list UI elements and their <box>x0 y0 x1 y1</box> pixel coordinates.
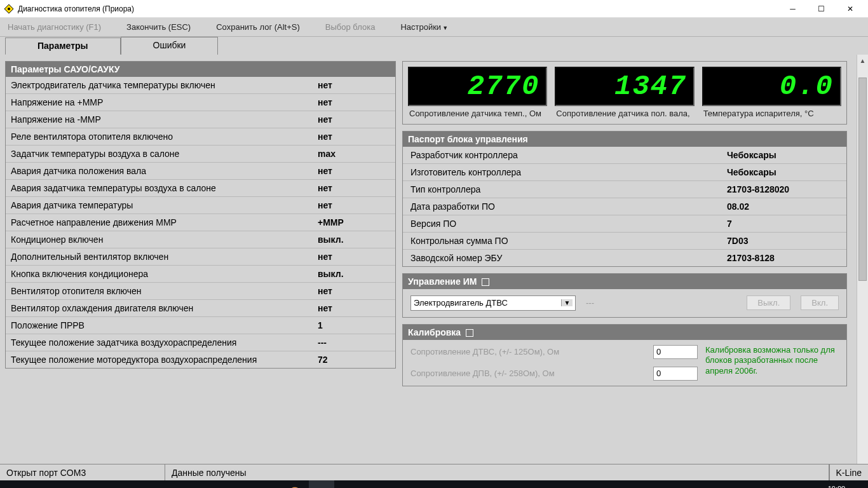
calibration-input[interactable] <box>653 367 698 381</box>
param-label: Авария задатчика температуры воздуха в с… <box>6 180 313 196</box>
param-row: Электродвигатель датчика температуры вкл… <box>6 77 395 94</box>
dropdown-icon: ▼ <box>561 299 573 306</box>
passport-row: Разработчик контроллераЧебоксары <box>403 147 846 164</box>
chrome-icon[interactable]: ◉ <box>207 480 233 488</box>
param-value: нет <box>313 300 395 316</box>
tab-parameters[interactable]: Параметры <box>5 37 121 55</box>
excel-icon[interactable]: ▦ <box>182 480 207 488</box>
param-value: нет <box>313 163 395 179</box>
calibration-row: Сопротивление ДПВ, (+/- 258Ом), Ом <box>410 367 698 381</box>
mail-icon[interactable]: ✉ <box>156 480 182 488</box>
calibration-checkbox[interactable] <box>466 329 473 337</box>
calibration-note: Калибровка возможна только для блоков ра… <box>705 345 839 381</box>
paint-icon[interactable]: 🎨 <box>283 480 309 488</box>
param-row: Положение ПРРВ1 <box>6 317 395 334</box>
passport-row: Контрольная сумма ПО7D03 <box>403 233 846 250</box>
app-icon <box>4 4 14 14</box>
passport-row: Заводской номер ЭБУ21703-8128 <box>403 250 846 266</box>
param-row: Напряжение на +ММРнет <box>6 94 395 111</box>
param-row: Кнопка включения кондиционеравыкл. <box>6 266 395 283</box>
on-button[interactable]: Вкл. <box>801 295 839 310</box>
param-value: нет <box>313 111 395 128</box>
param-label: Задатчик температуры воздуха в салоне <box>6 146 313 162</box>
param-value: нет <box>313 94 395 111</box>
param-value: 1 <box>313 317 395 334</box>
clock[interactable]: 19:00 21.08.2016 <box>814 485 859 488</box>
calibration-label: Сопротивление ДПВ, (+/- 258Ом), Ом <box>410 369 646 378</box>
control-im-checkbox[interactable] <box>482 278 489 286</box>
control-im-header: Управление ИМ <box>403 274 846 289</box>
display-box: 1347Сопротивление датчика пол. вала, <box>555 67 694 119</box>
display-label: Сопротивление датчика пол. вала, <box>555 106 694 119</box>
store-icon[interactable]: 🛍 <box>131 480 156 488</box>
lcd-value: 2770 <box>408 67 547 106</box>
menu-settings[interactable]: Настройки▼ <box>400 22 448 32</box>
param-value: нет <box>313 77 395 93</box>
menu-savelog[interactable]: Сохранить лог (Alt+S) <box>216 22 300 32</box>
param-value: --- <box>313 334 395 351</box>
tab-errors[interactable]: Ошибки <box>121 37 219 55</box>
windows-taskbar: ⌕ ▭ e 🗀 🛍 ✉ ▦ ◉ W X 🎨 ⚙ ˄ 🔋 📶 🔊 💬 РУС 19… <box>0 480 868 488</box>
passport-value: Чебоксары <box>719 164 846 180</box>
passport-value: 21703-8128 <box>719 250 846 266</box>
passport-label: Контрольная сумма ПО <box>403 233 719 249</box>
scroll-up-icon[interactable]: ▲ <box>857 55 868 66</box>
lcd-value: 1347 <box>555 67 694 106</box>
param-row: Авария задатчика температуры воздуха в с… <box>6 180 395 197</box>
tabs: Параметры Ошибки <box>0 37 868 55</box>
taskview-icon[interactable]: ▭ <box>55 480 80 488</box>
start-button[interactable] <box>4 480 29 488</box>
display-label: Сопротивление датчика темп., Ом <box>408 106 547 119</box>
param-row: Авария датчика положения валанет <box>6 163 395 180</box>
param-value: выкл. <box>313 266 395 282</box>
param-label: Кнопка включения кондиционера <box>6 266 313 282</box>
param-value: нет <box>313 283 395 299</box>
param-value: +ММР <box>313 214 395 231</box>
diag-app-icon[interactable]: ⚙ <box>309 480 334 488</box>
search-icon[interactable]: ⌕ <box>29 480 55 488</box>
param-row: Текущее положение задатчика воздухораспр… <box>6 334 395 351</box>
calibration-input[interactable] <box>653 345 698 359</box>
close-button[interactable]: ✕ <box>836 0 864 18</box>
param-value: нет <box>313 248 395 265</box>
display-label: Температура испарителя, °C <box>702 106 841 119</box>
status-data: Данные получены <box>165 464 829 480</box>
passport-row: Дата разработки ПО08.02 <box>403 198 846 215</box>
param-label: Авария датчика температуры <box>6 197 313 214</box>
passport-value: Чебоксары <box>719 147 846 163</box>
param-row: Вентилятор отопителя включеннет <box>6 283 395 300</box>
params-panel: Параметры САУО/САУКУ Электродвигатель да… <box>5 61 396 369</box>
param-value: max <box>313 146 395 162</box>
word-icon[interactable]: W <box>233 480 258 488</box>
passport-row: Тип контроллера21703-8128020 <box>403 181 846 198</box>
menu-finish[interactable]: Закончить (ESC) <box>126 22 191 32</box>
param-row: Кондиционер включенвыкл. <box>6 231 395 248</box>
actuator-select[interactable]: Электродвигатель ДТВС ▼ <box>410 295 576 311</box>
param-label: Текущее положение моторедуктора воздухор… <box>6 351 313 368</box>
passport-value: 7D03 <box>719 233 846 249</box>
passport-label: Изготовитель контроллера <box>403 164 719 180</box>
display-box: 2770Сопротивление датчика темп., Ом <box>408 67 547 119</box>
maximize-button[interactable]: ☐ <box>807 0 836 18</box>
passport-value: 08.02 <box>719 198 846 215</box>
param-label: Реле вентилятора отопителя включено <box>6 128 313 145</box>
excel2-icon[interactable]: X <box>258 480 283 488</box>
minimize-button[interactable]: ─ <box>778 0 807 18</box>
menu-selectblock[interactable]: Выбор блока <box>325 22 376 32</box>
param-label: Вентилятор отопителя включен <box>6 283 313 299</box>
scroll-thumb[interactable] <box>858 78 867 281</box>
menu-start[interactable]: Начать диагностику (F1) <box>8 22 101 32</box>
svg-point-1 <box>8 8 10 10</box>
passport-label: Заводской номер ЭБУ <box>403 250 719 266</box>
edge-icon[interactable]: e <box>80 480 105 488</box>
vertical-scrollbar[interactable]: ▲ <box>857 55 868 464</box>
system-tray: ˄ 🔋 📶 🔊 💬 РУС 19:00 21.08.2016 <box>713 485 864 488</box>
passport-label: Версия ПО <box>403 215 719 232</box>
param-row: Напряжение на -ММРнет <box>6 111 395 128</box>
off-button[interactable]: Выкл. <box>747 295 790 310</box>
passport-row: Изготовитель контроллераЧебоксары <box>403 164 846 181</box>
calibration-panel: Калибровка Сопротивление ДТВС, (+/- 125О… <box>402 324 847 386</box>
caret-down-icon: ▼ <box>442 25 448 31</box>
explorer-icon[interactable]: 🗀 <box>105 480 131 488</box>
param-row: Дополнительный вентилятор включеннет <box>6 248 395 266</box>
